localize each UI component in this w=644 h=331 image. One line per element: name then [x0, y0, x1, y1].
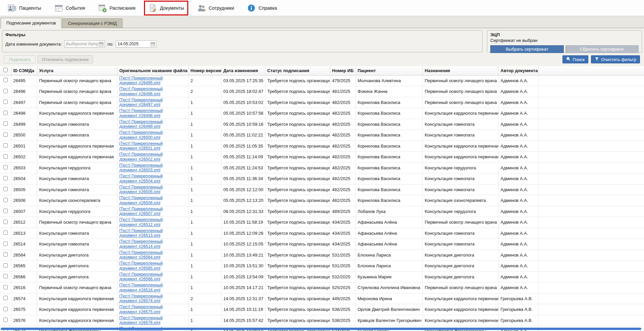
table-row[interactable]: 26566Консультация диетолога[Тест] Прикре…	[0, 271, 644, 282]
column-header[interactable]: Автор документа	[498, 66, 538, 75]
horizontal-scrollbar[interactable]	[1, 328, 643, 330]
column-header[interactable]: Номер версии	[188, 66, 221, 75]
column-header[interactable]: Оригинальное название файла	[117, 66, 188, 75]
row-checkbox[interactable]	[3, 132, 8, 137]
toolbar-button-employees[interactable]: Сотрудники	[193, 1, 238, 15]
column-header[interactable]: ID СЭМДа	[11, 66, 37, 75]
row-checkbox[interactable]	[3, 89, 8, 93]
row-select-cell[interactable]	[0, 108, 11, 119]
column-header[interactable]: Дата изменения	[221, 66, 265, 75]
table-row[interactable]: 26575Консультация кардиолога первичная[Т…	[0, 304, 644, 315]
column-header[interactable]: Пациент	[355, 66, 423, 75]
row-checkbox[interactable]	[3, 78, 8, 82]
row-checkbox[interactable]	[3, 241, 8, 246]
table-row[interactable]: 26500Консультация гомеопата[Тест] Прикре…	[0, 130, 644, 141]
select-all-checkbox[interactable]	[3, 68, 8, 72]
toolbar-button-patients[interactable]: Пациенты	[3, 1, 45, 15]
table-row[interactable]: 26506Консультация озонотерапевта[Тест] П…	[0, 195, 644, 206]
file-link[interactable]: [Тест] Прикрепленный документ #26512.xml	[119, 217, 173, 227]
row-select-cell[interactable]	[0, 239, 11, 250]
file-link[interactable]: [Тест] Прикрепленный документ #26514.xml	[119, 239, 173, 249]
row-checkbox[interactable]	[3, 307, 8, 311]
row-checkbox[interactable]	[3, 176, 8, 180]
file-link[interactable]: [Тест] Прикрепленный документ #26497.xml	[119, 98, 173, 108]
table-row[interactable]: 26574Консультация кардиолога первичная[Т…	[0, 293, 644, 304]
tab-document-signing[interactable]: Подписание документов	[1, 18, 61, 28]
table-row[interactable]: 26516Первичный осмотр лечащего врача[Тес…	[0, 282, 644, 293]
table-row[interactable]: 26496Первичный осмотр лечащего врача[Тес…	[0, 86, 644, 97]
file-link[interactable]: [Тест] Прикрепленный документ #26498.xml	[119, 108, 173, 118]
row-select-cell[interactable]	[0, 261, 11, 272]
file-link[interactable]: [Тест] Прикрепленный документ #26507.xml	[119, 207, 173, 217]
row-select-cell[interactable]	[0, 173, 11, 184]
file-link[interactable]: [Тест] Прикрепленный документ #26500.xml	[119, 130, 173, 140]
row-select-cell[interactable]	[0, 162, 11, 173]
table-row[interactable]: 26498Консультация кардиолога первичная[Т…	[0, 108, 644, 119]
row-select-cell[interactable]	[0, 184, 11, 195]
table-row[interactable]: 26576Консультация кардиолога первичная[Т…	[0, 315, 644, 326]
file-link[interactable]: [Тест] Прикрепленный документ #26574.xml	[119, 294, 173, 304]
file-link[interactable]: [Тест] Прикрепленный документ #26501.xml	[119, 141, 173, 151]
file-link[interactable]: [Тест] Прикрепленный документ #26566.xml	[119, 272, 173, 282]
row-select-cell[interactable]	[0, 119, 11, 130]
row-checkbox[interactable]	[3, 209, 8, 213]
row-select-cell[interactable]	[0, 195, 11, 206]
tab-remd-sync[interactable]: Синхронизация с РЭМД	[62, 18, 122, 28]
row-select-cell[interactable]	[0, 282, 11, 293]
table-row[interactable]: 26497Первичный осмотр лечащего врача[Тес…	[0, 97, 644, 108]
file-link[interactable]: [Тест] Прикрепленный документ #26502.xml	[119, 152, 173, 162]
table-row[interactable]: 26565Консультация диетолога[Тест] Прикре…	[0, 261, 644, 272]
row-select-cell[interactable]	[0, 250, 11, 261]
date-to-input[interactable]: 14.05.2025	[116, 40, 157, 48]
clear-filter-button[interactable]: Очистить фильтр	[591, 55, 640, 63]
row-checkbox[interactable]	[3, 318, 8, 322]
file-link[interactable]: [Тест] Прикрепленный документ #26513.xml	[119, 228, 173, 238]
row-checkbox[interactable]	[3, 111, 8, 115]
search-button[interactable]: Поиск	[562, 55, 588, 63]
table-row[interactable]: 26504Консультация гомеопата[Тест] Прикре…	[0, 173, 644, 184]
row-checkbox[interactable]	[3, 230, 8, 235]
table-row[interactable]: 26499Консультация гомеопата[Тест] Прикре…	[0, 119, 644, 130]
table-row[interactable]: 26503Консультация гирудолога[Тест] Прикр…	[0, 162, 644, 173]
row-select-cell[interactable]	[0, 97, 11, 108]
table-row[interactable]: 26564Консультация диетолога[Тест] Прикре…	[0, 250, 644, 261]
row-checkbox[interactable]	[3, 165, 8, 169]
column-header[interactable]: Номер ИБ	[330, 66, 355, 75]
file-link[interactable]: [Тест] Прикрепленный документ #26564.xml	[119, 250, 173, 260]
row-checkbox[interactable]	[3, 187, 8, 191]
file-link[interactable]: [Тест] Прикрепленный документ #26496.xml	[119, 87, 173, 97]
row-checkbox[interactable]	[3, 285, 8, 289]
row-select-cell[interactable]	[0, 315, 11, 326]
row-select-cell[interactable]	[0, 304, 11, 315]
table-row[interactable]: 26512Первичный осмотр лечащего врача[Тес…	[0, 217, 644, 228]
row-checkbox[interactable]	[3, 121, 8, 126]
row-select-cell[interactable]	[0, 86, 11, 97]
table-row[interactable]: 26514Консультация гомеопата[Тест] Прикре…	[0, 239, 644, 250]
table-row[interactable]: 26513Консультация гомеопата[Тест] Прикре…	[0, 228, 644, 239]
file-link[interactable]: [Тест] Прикрепленный документ #26575.xml	[119, 305, 173, 315]
row-checkbox[interactable]	[3, 220, 8, 224]
table-row[interactable]: 26505Консультация гомеопата[Тест] Прикре…	[0, 184, 644, 195]
select-all-header-cell[interactable]	[0, 66, 11, 75]
reset-certificate-button[interactable]: Сбросить сертификат	[565, 45, 639, 53]
toolbar-button-documents[interactable]: Документы	[144, 1, 188, 15]
file-link[interactable]: [Тест] Прикрепленный документ #26504.xml	[119, 174, 173, 184]
column-header[interactable]: Услуга	[37, 66, 117, 75]
file-link[interactable]: [Тест] Прикрепленный документ #26495.xml	[119, 76, 173, 86]
row-checkbox[interactable]	[3, 143, 8, 148]
toolbar-button-schedules[interactable]: Расписания	[94, 1, 139, 15]
date-from-input[interactable]: Выберите дату	[64, 40, 105, 48]
calendar-icon[interactable]	[99, 42, 103, 46]
decline-signing-button[interactable]: Отклонить подписание	[38, 55, 93, 63]
toolbar-button-events[interactable]: События	[50, 1, 89, 15]
table-row[interactable]: 26495Первичный осмотр лечащего врача[Тес…	[0, 75, 644, 86]
file-link[interactable]: [Тест] Прикрепленный документ #26503.xml	[119, 163, 173, 173]
table-row[interactable]: 26507Консультация гирудолога[Тест] Прикр…	[0, 206, 644, 217]
row-checkbox[interactable]	[3, 274, 8, 278]
column-header[interactable]: Статус подписания	[265, 66, 330, 75]
horizontal-scrollbar-thumb[interactable]	[1, 328, 641, 330]
row-select-cell[interactable]	[0, 141, 11, 152]
row-checkbox[interactable]	[3, 252, 8, 257]
table-row[interactable]: 26501Консультация кардиолога первичная[Т…	[0, 141, 644, 152]
row-select-cell[interactable]	[0, 206, 11, 217]
